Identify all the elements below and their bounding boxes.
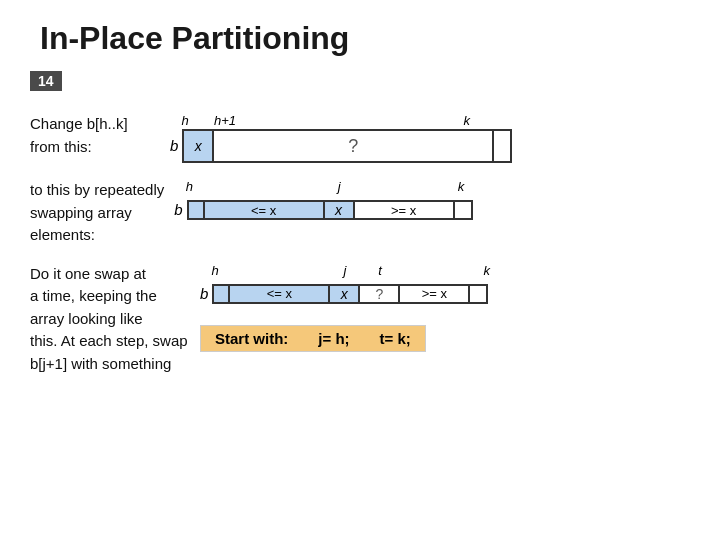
cell-left2 xyxy=(189,202,205,218)
section3-right: h j t k b <= x x ? >= x xyxy=(200,263,490,352)
label-t3: t xyxy=(360,263,400,278)
array2-row: b <= x x >= x xyxy=(174,195,472,225)
label-h1: h xyxy=(170,113,200,128)
label-j2: j xyxy=(324,179,354,194)
start-with-row: Start with: j= h; t= k; xyxy=(200,319,490,352)
label-k3: k xyxy=(460,263,490,278)
t-value: t= k; xyxy=(380,330,411,347)
cell-right3 xyxy=(470,286,486,302)
label-gap2b xyxy=(354,179,434,194)
section2: to this by repeatedly swapping array ele… xyxy=(30,179,690,247)
array2-cells: <= x x >= x xyxy=(187,200,473,220)
slide-title: In-Place Partitioning xyxy=(30,20,690,57)
array3-cells: <= x x ? >= x xyxy=(212,284,488,304)
label-j3: j xyxy=(330,263,360,278)
cell-x3: x xyxy=(330,286,360,302)
section2-label: to this by repeatedly swapping array ele… xyxy=(30,179,164,247)
array1-row: b x ? xyxy=(170,129,512,163)
section1-label: Change b[h..k] from this: xyxy=(30,113,160,158)
cell-question3: ? xyxy=(360,286,400,302)
b-label1: b xyxy=(170,131,178,161)
cell-right2 xyxy=(455,202,471,218)
cell-lte-x: <= x xyxy=(205,202,325,218)
array3-row: b <= x x ? >= x xyxy=(200,279,488,309)
array1: h h+1 k b x ? xyxy=(170,113,512,163)
label-h3: h xyxy=(200,263,230,278)
start-with-label: Start with: xyxy=(215,330,288,347)
slide-number: 14 xyxy=(30,71,62,91)
label-gap3b xyxy=(400,263,460,278)
array1-cells: x ? xyxy=(182,129,512,163)
b-label3: b xyxy=(200,279,208,309)
start-with-box: Start with: j= h; t= k; xyxy=(200,325,426,352)
cell-lte-x3: <= x xyxy=(230,286,330,302)
cell-x2: x xyxy=(325,202,355,218)
b-label2: b xyxy=(174,195,182,225)
cell-x: x xyxy=(184,131,214,161)
cell-question: ? xyxy=(214,131,494,161)
array3: h j t k b <= x x ? >= x xyxy=(200,263,490,309)
slide: In-Place Partitioning 14 Change b[h..k] … xyxy=(0,0,720,540)
section1: Change b[h..k] from this: h h+1 k b x ? xyxy=(30,113,690,163)
label-gap2 xyxy=(204,179,324,194)
label-h2: h xyxy=(174,179,204,194)
cell-gte-x3: >= x xyxy=(400,286,470,302)
label-gap3 xyxy=(230,263,330,278)
j-value: j= h; xyxy=(318,330,349,347)
cell-gte-x: >= x xyxy=(355,202,455,218)
label-h1: h+1 xyxy=(200,113,250,128)
label-k2: k xyxy=(434,179,464,194)
label-k1: k xyxy=(250,113,470,128)
cell-end1 xyxy=(494,131,510,161)
array2: h j k b <= x x >= x xyxy=(174,179,472,225)
section3-label: Do it one swap at a time, keeping the ar… xyxy=(30,263,190,376)
cell-left3 xyxy=(214,286,230,302)
section3: Do it one swap at a time, keeping the ar… xyxy=(30,263,690,376)
